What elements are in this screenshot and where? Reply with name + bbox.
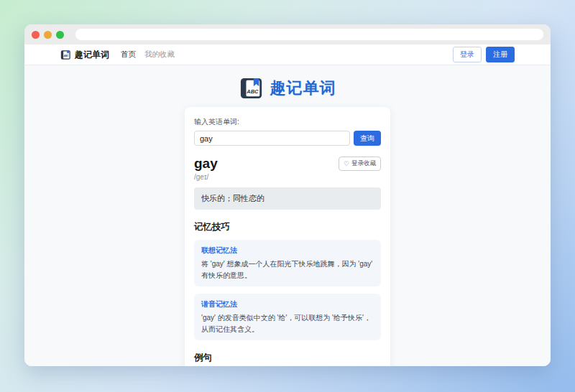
heart-icon: ♡ [344,161,349,167]
book-icon: ABC [60,50,71,60]
book-logo-icon: ABC [239,77,264,100]
login-button[interactable]: 登录 [453,47,482,62]
hero-header: ABC 趣记单词 [24,65,551,101]
maximize-window-button[interactable] [56,31,64,39]
tip-method-label: 谐音记忆法 [201,299,374,309]
tip-method-label: 联想记忆法 [201,246,374,256]
tip-content: 'gay' 的发音类似中文的 '给'，可以联想为 '给予快乐'，从而记住其含义。 [201,312,374,335]
navbar: ABC 趣记单词 首页 我的收藏 登录 注册 [24,45,551,65]
svg-text:ABC: ABC [63,55,69,57]
url-bar[interactable] [75,29,543,40]
navbar-brand-label: 趣记单词 [75,49,109,61]
search-button[interactable]: 查询 [354,131,381,146]
word-card: 输入英语单词: 查询 gay ♡ 登录收藏 /geɪ/ 快乐的；同性恋的 记忆技… [185,107,390,366]
search-row: 查询 [194,131,381,146]
close-window-button[interactable] [32,31,40,39]
examples-section-title: 例句 [194,352,381,364]
browser-chrome [24,24,551,45]
search-label: 输入英语单词: [194,117,381,127]
favorite-button-label: 登录收藏 [351,159,376,168]
tip-card-association: 联想记忆法 将 'gay' 想象成一个人在阳光下快乐地跳舞，因为 'gay' 有… [194,240,381,286]
page-content: ABC 趣记单词 输入英语单词: 查询 gay ♡ 登录收藏 /geɪ/ 快乐的… [24,65,551,366]
word-text: gay [194,157,218,171]
tips-section-title: 记忆技巧 [194,221,381,233]
page-title: 趣记单词 [270,78,336,99]
nav-link-home[interactable]: 首页 [121,50,136,60]
tip-content: 将 'gay' 想象成一个人在阳光下快乐地跳舞，因为 'gay' 有快乐的意思。 [201,258,374,281]
navbar-brand[interactable]: ABC 趣记单词 [60,49,109,61]
search-input[interactable] [194,131,350,146]
svg-text:ABC: ABC [246,88,259,94]
word-header: gay ♡ 登录收藏 [194,157,381,171]
tip-card-homophone: 谐音记忆法 'gay' 的发音类似中文的 '给'，可以联想为 '给予快乐'，从而… [194,294,381,340]
word-pronunciation: /geɪ/ [194,173,381,181]
favorite-button[interactable]: ♡ 登录收藏 [339,157,381,171]
nav-link-favorites[interactable]: 我的收藏 [144,50,175,60]
traffic-lights [32,31,64,39]
browser-window: ABC 趣记单词 首页 我的收藏 登录 注册 ABC 趣记单词 输入英语单词: [24,24,551,366]
word-definition: 快乐的；同性恋的 [194,187,381,210]
minimize-window-button[interactable] [44,31,52,39]
register-button[interactable]: 注册 [486,47,515,62]
